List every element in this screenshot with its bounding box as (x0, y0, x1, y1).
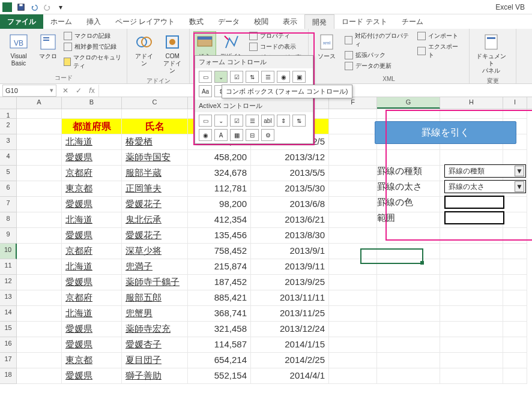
qat-undo[interactable] (28, 1, 41, 13)
cell[interactable] (17, 322, 62, 337)
row-2[interactable]: 2 (0, 119, 17, 134)
cell[interactable] (17, 181, 62, 197)
form-optionbutton[interactable]: ◉ (277, 71, 290, 83)
col-F[interactable]: F (329, 97, 377, 109)
fx-button[interactable]: fx (85, 85, 98, 97)
cell[interactable]: 2013/9/11 (251, 259, 329, 275)
cell[interactable] (377, 275, 440, 290)
cell[interactable] (503, 322, 527, 337)
row-8[interactable]: 8 (0, 212, 17, 228)
cell[interactable]: 2013/6/8 (251, 197, 329, 212)
cell[interactable]: 2013/5/5 (251, 166, 329, 181)
cell[interactable]: 2014/4/1 (251, 368, 329, 384)
expansion-pack-button[interactable]: 拡張パック (343, 50, 414, 60)
cell[interactable]: 2013/8/30 (251, 228, 329, 244)
ax-optionbutton[interactable]: ◉ (199, 129, 212, 141)
cell[interactable] (329, 368, 377, 384)
cell[interactable] (329, 150, 377, 166)
tab-developer[interactable]: 開発 (304, 14, 334, 29)
cell[interactable] (440, 368, 503, 384)
form-button[interactable]: ▭ (199, 71, 212, 83)
cell[interactable]: 京都府 (62, 244, 122, 259)
cell[interactable] (503, 353, 527, 368)
cell[interactable]: 112,781 (188, 181, 251, 197)
cell[interactable] (17, 353, 62, 368)
form-listbox[interactable]: ☰ (261, 71, 274, 83)
cell[interactable] (377, 290, 440, 306)
cell[interactable] (17, 290, 62, 306)
cell[interactable]: 愛媛県 (62, 322, 122, 337)
cell[interactable]: 2013/6/21 (251, 212, 329, 228)
cell[interactable]: 薬師寺国安 (122, 150, 188, 166)
cell[interactable] (17, 275, 62, 290)
cell[interactable]: 深草少将 (122, 244, 188, 259)
enter-button[interactable]: ✓ (72, 85, 85, 97)
refresh-data-button[interactable]: データの更新 (343, 61, 414, 71)
tab-review[interactable]: 校閲 (247, 14, 276, 29)
cell[interactable]: 北海道 (62, 134, 122, 150)
cell[interactable] (329, 275, 377, 290)
cell[interactable]: 2014/2/25 (251, 353, 329, 368)
cell[interactable]: 愛媛県 (62, 275, 122, 290)
cell[interactable]: 兜満子 (122, 259, 188, 275)
cell[interactable]: 夏目団子 (122, 353, 188, 368)
cell[interactable] (503, 244, 527, 259)
cell[interactable] (377, 306, 440, 322)
cell[interactable]: 愛媛県 (62, 337, 122, 353)
cell[interactable]: 服部五郎 (122, 290, 188, 306)
cell[interactable]: 京都府 (62, 290, 122, 306)
map-properties-button[interactable]: 対応付けのプロパティ (343, 31, 414, 49)
cell[interactable] (329, 259, 377, 275)
row-3[interactable]: 3 (0, 134, 17, 150)
cell[interactable] (329, 353, 377, 368)
cell[interactable] (329, 228, 377, 244)
ax-textbox[interactable]: abl (261, 115, 274, 127)
select-all-corner[interactable] (0, 97, 17, 109)
addins-button[interactable]: アドイン (131, 31, 157, 68)
document-panel-button[interactable]: ドキュメント パネル (473, 31, 509, 76)
cell[interactable] (17, 166, 62, 181)
xml-export-button[interactable]: エクスポート (416, 42, 465, 60)
cell[interactable]: 愛媛花子 (122, 228, 188, 244)
name-box-dropdown-icon[interactable]: ▾ (50, 86, 53, 94)
cell[interactable]: 321,458 (188, 322, 251, 337)
visual-basic-button[interactable]: VB Visual Basic (4, 31, 34, 68)
row-14[interactable]: 14 (0, 306, 17, 322)
cell[interactable]: 654,214 (188, 353, 251, 368)
cell[interactable] (17, 228, 62, 244)
cell[interactable] (503, 275, 527, 290)
qat-customize[interactable]: ▾ (54, 1, 67, 13)
ax-commandbutton[interactable]: ▭ (199, 115, 212, 127)
qat-save[interactable] (14, 1, 28, 13)
cell[interactable]: 北海道 (62, 212, 122, 228)
cell[interactable]: 758,452 (188, 244, 251, 259)
form-checkbox[interactable]: ☑ (230, 71, 243, 83)
cell[interactable] (329, 290, 377, 306)
cell[interactable]: 114,587 (188, 337, 251, 353)
row-17[interactable]: 17 (0, 353, 17, 368)
cells-area[interactable]: 罫線を引く 罫線の種類 罫線の種類▼ 罫線の太さ 罫線の太さ▼ 罫線の色 範囲 (17, 109, 532, 384)
cell[interactable]: 324,678 (188, 166, 251, 181)
line-color-box[interactable] (444, 196, 504, 209)
cell[interactable] (329, 322, 377, 337)
name-box[interactable]: G10▾ (2, 85, 56, 97)
cell[interactable]: 愛媛県 (62, 368, 122, 384)
cell[interactable] (440, 337, 503, 353)
cell[interactable]: 98,200 (188, 197, 251, 212)
col-A[interactable]: A (17, 97, 62, 109)
cell[interactable]: 458,200 (188, 150, 251, 166)
cell[interactable] (377, 228, 440, 244)
cell[interactable] (377, 368, 440, 384)
line-type-combo[interactable]: 罫線の種類▼ (444, 164, 526, 178)
xml-source-button[interactable]: xml ソース (312, 31, 341, 61)
cell[interactable] (17, 337, 62, 353)
cell[interactable] (503, 306, 527, 322)
row-18[interactable]: 18 (0, 368, 17, 384)
cell[interactable] (377, 322, 440, 337)
ax-scrollbar[interactable]: ⇕ (277, 115, 290, 127)
cell[interactable] (503, 228, 527, 244)
row-16[interactable]: 16 (0, 337, 17, 353)
cell[interactable] (377, 244, 440, 259)
tab-formulas[interactable]: 数式 (182, 14, 211, 29)
col-I[interactable]: I (503, 97, 527, 109)
